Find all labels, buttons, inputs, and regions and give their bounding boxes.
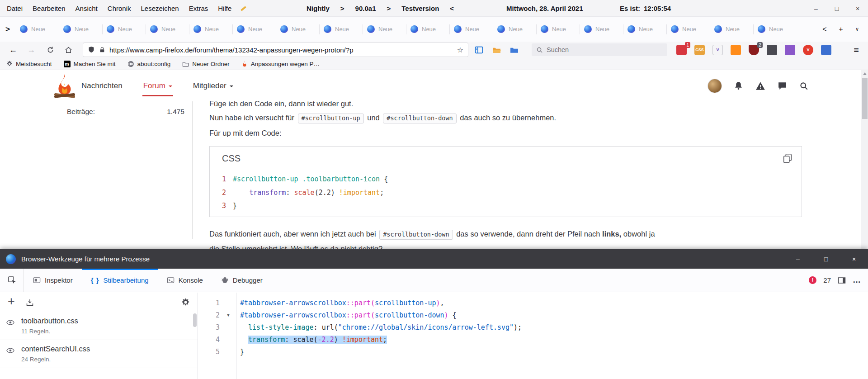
tab-label: Neue xyxy=(118,26,132,33)
split-console-icon[interactable] xyxy=(838,276,846,284)
stylesheet-item[interactable]: contentSearchUI.css24 Regeln. xyxy=(0,340,198,368)
extension-ublock[interactable]: 2 xyxy=(749,45,759,55)
tab[interactable]: Neue xyxy=(753,20,797,39)
devtools-tab-konsole[interactable]: Konsole xyxy=(158,269,212,292)
error-badge-icon[interactable]: ! xyxy=(809,276,816,284)
chat-icon[interactable] xyxy=(778,81,787,90)
eye-icon[interactable] xyxy=(6,318,14,335)
extension-violet[interactable] xyxy=(785,45,795,55)
tab[interactable]: Neue xyxy=(363,20,406,39)
bookmark-star-icon[interactable]: ☆ xyxy=(457,46,463,54)
url-text[interactable]: https://www.camp-firefox.de/forum/thema/… xyxy=(109,46,453,54)
scrollbar-thumb[interactable] xyxy=(862,78,868,119)
editor-line[interactable]: 1#tabbrowser-arrowscrollbox::part(scroll… xyxy=(198,297,868,309)
folder-blue-icon[interactable] xyxy=(510,46,519,54)
editor-line[interactable]: 3 list-style-image: url("chrome://global… xyxy=(198,322,868,334)
menu-item-chronik[interactable]: Chronik xyxy=(103,0,136,16)
tab[interactable]: Neue xyxy=(449,20,493,39)
css-source-editor[interactable]: 1#tabbrowser-arrowscrollbox::part(scroll… xyxy=(198,293,868,379)
list-all-tabs-button[interactable]: ∨ xyxy=(850,22,864,37)
menu-item-extras[interactable]: Extras xyxy=(184,0,213,16)
bookmark-item[interactable]: mMachen Sie mit xyxy=(64,61,116,67)
maximize-button[interactable]: □ xyxy=(826,0,847,17)
devtools-minimize-button[interactable]: – xyxy=(784,249,812,269)
search-bar[interactable]: Suchen xyxy=(532,43,667,56)
bookmark-item[interactable]: Neuer Ordner xyxy=(182,61,230,67)
options-button[interactable] xyxy=(181,298,190,307)
menu-item-hilfe[interactable]: Hilfe xyxy=(213,0,236,16)
extension-blue[interactable] xyxy=(821,45,831,55)
warning-icon[interactable] xyxy=(755,81,765,91)
devtools-tab-stilbearbeitung[interactable]: { }Stilbearbeitung xyxy=(82,269,158,292)
tab[interactable]: Neue xyxy=(102,20,146,39)
avatar[interactable] xyxy=(708,79,722,93)
node-picker-button[interactable] xyxy=(0,269,24,292)
folder-orange-icon[interactable] xyxy=(492,46,501,54)
close-button[interactable]: × xyxy=(847,0,868,17)
menu-item-lesezeichen[interactable]: Lesezeichen xyxy=(136,0,184,16)
tab[interactable]: Neue xyxy=(189,20,232,39)
lock-icon[interactable] xyxy=(99,47,105,53)
editor-line[interactable]: 4 transform: scale(-2.2) !important; xyxy=(198,334,868,346)
home-button[interactable] xyxy=(61,42,76,58)
bookmark-item[interactable]: Anpassungen wegen P… xyxy=(241,61,320,67)
minimize-button[interactable]: – xyxy=(806,0,826,17)
site-nav-mitglieder[interactable]: Mitglieder xyxy=(193,81,233,90)
scroll-tabs-right-button[interactable]: < xyxy=(817,22,832,37)
extension-dark[interactable] xyxy=(767,45,777,55)
forward-button[interactable]: → xyxy=(24,42,39,58)
extension-red[interactable]: 1 xyxy=(676,45,687,55)
devtools-tab-debugger[interactable]: Debugger xyxy=(212,269,272,292)
sidebar-scrollbar-thumb[interactable] xyxy=(193,313,197,327)
site-search-icon[interactable] xyxy=(799,81,808,90)
menu-item-datei[interactable]: Datei xyxy=(2,0,28,16)
site-nav-nachrichten[interactable]: Nachrichten xyxy=(81,81,123,90)
devtools-maximize-button[interactable]: □ xyxy=(812,249,840,269)
shield-icon[interactable] xyxy=(88,46,95,53)
tab[interactable]: Neue xyxy=(15,20,59,39)
bookmark-item[interactable]: about:config xyxy=(127,61,171,67)
app-menu-button[interactable]: ≡ xyxy=(848,42,864,58)
editor-line[interactable]: 2▼#tabbrowser-arrowscrollbox::part(scrol… xyxy=(198,309,868,322)
tab[interactable]: Neue xyxy=(319,20,363,39)
editor-line[interactable]: 5} xyxy=(198,346,868,358)
menu-item-ansicht[interactable]: Ansicht xyxy=(71,0,103,16)
tab[interactable]: Neue xyxy=(232,20,276,39)
reload-button[interactable] xyxy=(42,42,58,58)
devtools-tab-inspektor[interactable]: Inspektor xyxy=(24,269,82,292)
devtools-close-button[interactable]: × xyxy=(840,249,868,269)
new-stylesheet-button[interactable]: + xyxy=(8,294,15,308)
error-count[interactable]: 27 xyxy=(823,276,831,284)
new-tab-button[interactable]: + xyxy=(834,22,848,37)
extension-vivaldi[interactable]: V xyxy=(803,45,813,55)
tab[interactable]: Neue xyxy=(493,20,536,39)
bell-icon[interactable] xyxy=(734,81,743,90)
tab[interactable]: Neue xyxy=(59,20,102,39)
tab[interactable]: Neue xyxy=(580,20,623,39)
site-nav-forum[interactable]: Forum xyxy=(143,81,172,90)
extension-css[interactable]: CSS xyxy=(694,45,705,55)
stylesheet-item[interactable]: toolbarbutton.css11 Regeln. xyxy=(0,312,198,340)
extension-v-doc[interactable]: V xyxy=(712,45,723,55)
tab[interactable]: Neue xyxy=(623,20,666,39)
tab[interactable]: Neue xyxy=(666,20,710,39)
tab[interactable]: Neue xyxy=(406,20,449,39)
menu-item-bearbeiten[interactable]: Bearbeiten xyxy=(28,0,71,16)
tab[interactable]: Neue xyxy=(536,20,580,39)
tab[interactable]: Neue xyxy=(710,20,753,39)
fold-marker-icon[interactable]: ▼ xyxy=(220,309,237,322)
import-stylesheet-button[interactable] xyxy=(26,298,34,307)
sidebar-panel-icon[interactable] xyxy=(475,46,483,54)
camp-firefox-logo[interactable] xyxy=(52,72,78,99)
meatball-menu-button[interactable]: … xyxy=(853,275,861,285)
tab[interactable]: Neue xyxy=(146,20,189,39)
url-bar[interactable]: https://www.camp-firefox.de/forum/thema/… xyxy=(83,43,468,57)
copy-code-button[interactable] xyxy=(783,153,793,165)
scrollbar-up-arrow-icon[interactable] xyxy=(863,72,867,75)
bookmark-item[interactable]: Meistbesucht xyxy=(6,61,52,67)
scroll-tabs-left-button[interactable]: > xyxy=(0,25,15,34)
extension-stylus[interactable] xyxy=(731,45,741,55)
tab[interactable]: Neue xyxy=(276,20,319,39)
back-button[interactable]: ← xyxy=(5,42,21,58)
eye-icon[interactable] xyxy=(6,346,14,363)
